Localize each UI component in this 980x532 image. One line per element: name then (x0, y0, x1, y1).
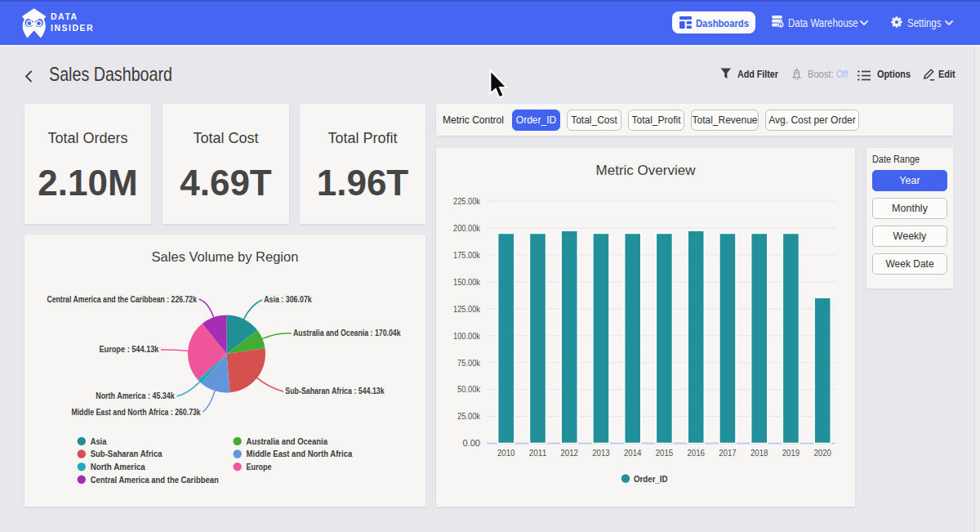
svg-text:2011: 2011 (529, 448, 547, 458)
svg-text:2012: 2012 (560, 448, 578, 458)
svg-text:Sub-Saharan Africa : 544.13k: Sub-Saharan Africa : 544.13k (285, 386, 385, 396)
svg-text:2017: 2017 (719, 448, 737, 458)
svg-text:2015: 2015 (656, 448, 674, 458)
svg-text:Asia : 306.07k: Asia : 306.07k (264, 294, 312, 304)
svg-text:Sub-Saharan Africa: Sub-Saharan Africa (91, 449, 163, 458)
svg-text:Australia and Oceania : 170.04: Australia and Oceania : 170.04k (293, 328, 401, 338)
svg-text:2013: 2013 (592, 448, 610, 458)
svg-text:200.00k: 200.00k (453, 223, 480, 233)
svg-text:2016: 2016 (687, 448, 705, 458)
svg-text:150.00k: 150.00k (453, 277, 480, 287)
svg-text:Middle East and North Africa: Middle East and North Africa (247, 449, 353, 458)
svg-text:2020: 2020 (813, 448, 831, 458)
svg-text:North America: North America (91, 462, 145, 472)
svg-text:125.00k: 125.00k (453, 304, 480, 314)
svg-text:Asia: Asia (91, 436, 107, 446)
svg-text:Central America and the Caribb: Central America and the Caribbean (91, 475, 219, 485)
svg-text:Europe: Europe (247, 462, 272, 472)
svg-text:Central America and the Caribb: Central America and the Caribbean : 226.… (47, 294, 197, 304)
svg-text:2014: 2014 (624, 448, 642, 458)
svg-text:25.00k: 25.00k (457, 411, 480, 421)
svg-text:225.00k: 225.00k (453, 196, 480, 206)
svg-text:Order_ID: Order_ID (634, 474, 668, 484)
svg-text:2010: 2010 (497, 448, 515, 458)
svg-text:North America : 45.34k: North America : 45.34k (96, 391, 175, 400)
svg-text:0.00: 0.00 (463, 438, 480, 448)
svg-text:2018: 2018 (751, 448, 768, 458)
svg-text:Europe : 544.13k: Europe : 544.13k (99, 344, 159, 354)
svg-text:100.00k: 100.00k (453, 331, 480, 341)
svg-text:175.00k: 175.00k (453, 250, 480, 260)
svg-text:75.00k: 75.00k (457, 358, 480, 368)
svg-text:Australia and Oceania: Australia and Oceania (247, 436, 328, 446)
svg-text:2019: 2019 (782, 448, 800, 458)
svg-text:Middle East and North Africa :: Middle East and North Africa : 260.73k (71, 407, 201, 417)
svg-text:50.00k: 50.00k (457, 384, 480, 394)
